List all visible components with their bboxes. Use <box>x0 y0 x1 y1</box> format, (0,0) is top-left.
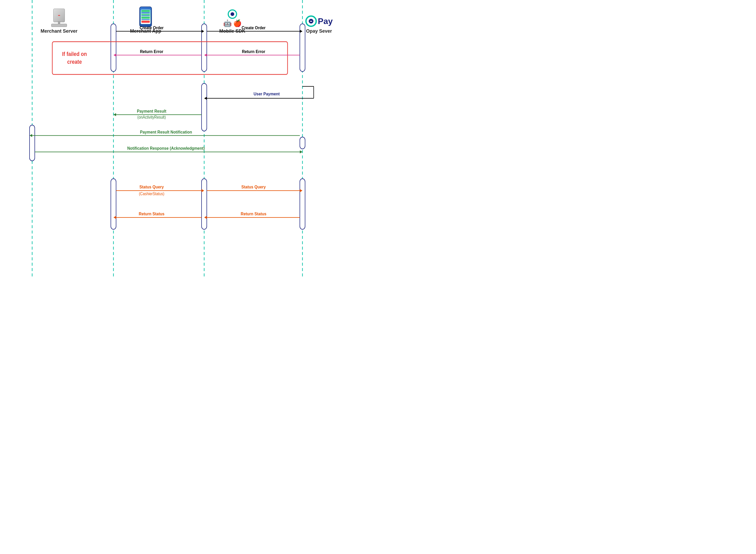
user-payment-label: User Payment <box>254 91 280 96</box>
svg-marker-35 <box>300 189 303 192</box>
svg-rect-7 <box>202 84 207 131</box>
if-failed-line2: create <box>67 59 82 65</box>
actor-mobile-sdk: 🤖 🍎 Mobile SDK <box>206 9 259 34</box>
return-status-1-label: Return Status <box>139 211 164 216</box>
server-icon <box>51 9 67 27</box>
return-error-2-label: Return Error <box>242 49 265 54</box>
return-status-2-label: Return Status <box>241 211 266 216</box>
svg-rect-9 <box>300 137 305 149</box>
if-failed-line1: If failed on <box>62 51 87 57</box>
status-query-sublabel: (CashierStatus) <box>139 191 164 196</box>
svg-rect-17 <box>52 42 287 74</box>
actor-opay-server: Pay Opay Sever <box>293 15 345 34</box>
svg-marker-27 <box>113 113 116 116</box>
svg-marker-31 <box>300 151 303 153</box>
payment-notification-label: Payment Result Notification <box>140 129 192 134</box>
svg-marker-33 <box>202 189 204 192</box>
sdk-icon: 🤖 🍎 <box>223 9 241 27</box>
phone-icon <box>139 6 152 27</box>
merchant-app-label: Merchant App <box>130 29 161 34</box>
status-query-1-label: Status Query <box>139 184 164 189</box>
svg-marker-21 <box>204 54 207 56</box>
svg-rect-12 <box>300 179 305 229</box>
payment-result-label: Payment Result <box>137 108 166 113</box>
svg-marker-25 <box>204 97 207 100</box>
actor-merchant-app: Merchant App <box>119 6 172 34</box>
actors-row: Merchant Server Merchant App <box>0 0 378 34</box>
android-icon: 🤖 <box>223 19 232 27</box>
apple-icon: 🍎 <box>233 19 241 27</box>
diagram-container: Merchant Server Merchant App <box>0 0 378 277</box>
svg-marker-29 <box>30 134 32 137</box>
svg-rect-8 <box>30 125 35 161</box>
opay-text: Pay <box>318 16 333 26</box>
svg-marker-37 <box>113 216 116 219</box>
svg-marker-19 <box>113 54 116 56</box>
notification-response-label: Notification Response (Acknowledgment) <box>127 146 205 151</box>
merchant-server-label: Merchant Server <box>41 29 77 34</box>
actor-merchant-server: Merchant Server <box>33 9 85 34</box>
opay-server-label: Opay Sever <box>306 29 332 34</box>
return-error-1-label: Return Error <box>140 49 163 54</box>
status-query-2-label: Status Query <box>241 184 266 189</box>
svg-rect-11 <box>202 179 207 229</box>
payment-result-sublabel: (onActivityResult) <box>138 115 166 119</box>
mobile-sdk-label: Mobile SDK <box>219 29 246 34</box>
svg-marker-39 <box>204 216 207 219</box>
svg-rect-10 <box>111 179 116 229</box>
diagram-svg: Create Order Create Order If failed on c… <box>0 0 378 277</box>
opay-logo: Pay <box>305 15 333 27</box>
